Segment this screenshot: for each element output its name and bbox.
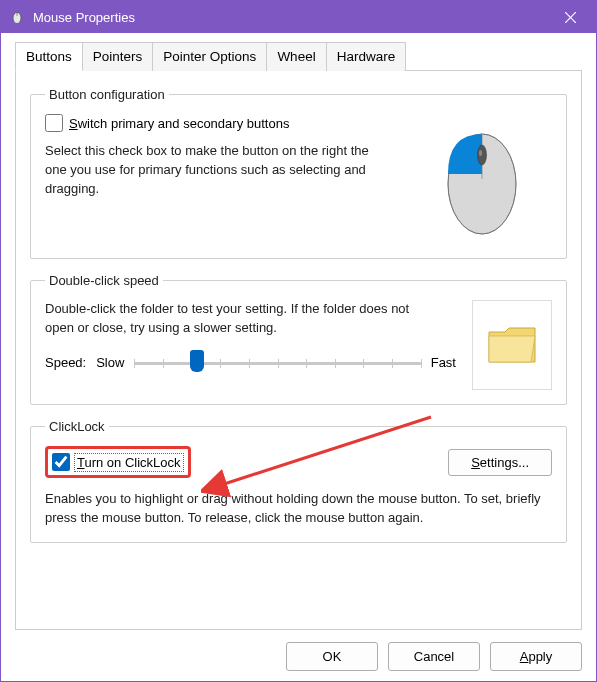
clicklock-legend: ClickLock <box>45 419 109 434</box>
clicklock-description: Enables you to highlight or drag without… <box>45 490 545 528</box>
turn-on-clicklock-checkbox[interactable] <box>52 453 70 471</box>
speed-slider[interactable] <box>134 352 420 374</box>
test-folder[interactable] <box>472 300 552 390</box>
switch-buttons-label: Switch primary and secondary buttons <box>69 116 289 131</box>
tab-strip: Buttons Pointers Pointer Options Wheel H… <box>15 41 582 71</box>
tab-hardware[interactable]: Hardware <box>326 42 407 71</box>
clicklock-group: ClickLock Turn on ClickLock Settings... … <box>30 419 567 543</box>
tab-pointer-options[interactable]: Pointer Options <box>152 42 267 71</box>
tab-body-buttons: Button configuration Switch primary and … <box>15 71 582 630</box>
fast-label: Fast <box>431 355 456 370</box>
speed-slider-thumb[interactable] <box>190 350 204 372</box>
slow-label: Slow <box>96 355 124 370</box>
tab-buttons[interactable]: Buttons <box>15 42 83 71</box>
button-configuration-group: Button configuration Switch primary and … <box>30 87 567 259</box>
mouse-icon <box>9 9 25 25</box>
switch-buttons-description: Select this check box to make the button… <box>45 142 375 199</box>
svg-point-6 <box>479 150 482 156</box>
button-configuration-legend: Button configuration <box>45 87 169 102</box>
switch-buttons-row[interactable]: Switch primary and secondary buttons <box>45 114 400 132</box>
mouse-illustration <box>412 114 552 244</box>
double-click-speed-group: Double-click speed Double-click the fold… <box>30 273 567 405</box>
clicklock-highlight: Turn on ClickLock <box>45 446 191 478</box>
apply-button[interactable]: Apply <box>490 642 582 671</box>
turn-on-clicklock-label: Turn on ClickLock <box>76 455 182 470</box>
speed-label: Speed: <box>45 355 86 370</box>
double-click-description: Double-click the folder to test your set… <box>45 300 425 338</box>
double-click-speed-legend: Double-click speed <box>45 273 163 288</box>
svg-point-5 <box>478 145 487 165</box>
close-icon <box>565 12 576 23</box>
folder-icon <box>485 322 539 368</box>
close-button[interactable] <box>548 2 592 32</box>
mouse-large-icon <box>432 119 532 239</box>
tab-wheel[interactable]: Wheel <box>266 42 326 71</box>
clicklock-settings-button[interactable]: Settings... <box>448 449 552 476</box>
window-title: Mouse Properties <box>33 10 548 25</box>
content-area: Buttons Pointers Pointer Options Wheel H… <box>1 33 596 681</box>
dialog-footer: OK Cancel Apply <box>15 630 582 671</box>
mouse-properties-window: Mouse Properties Buttons Pointers Pointe… <box>0 0 597 682</box>
ok-button[interactable]: OK <box>286 642 378 671</box>
titlebar: Mouse Properties <box>1 1 596 33</box>
cancel-button[interactable]: Cancel <box>388 642 480 671</box>
speed-row: Speed: Slow <box>45 352 456 374</box>
tab-pointers[interactable]: Pointers <box>82 42 154 71</box>
switch-buttons-checkbox[interactable] <box>45 114 63 132</box>
